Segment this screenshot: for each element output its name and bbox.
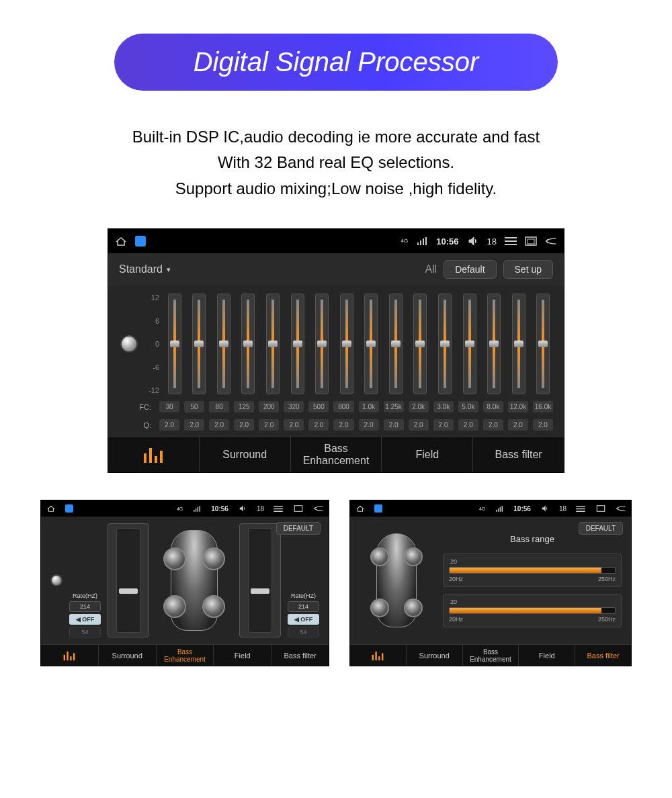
recent-icon[interactable] (595, 504, 607, 513)
off-toggle[interactable]: ◀ OFF (69, 614, 101, 625)
speaker-rear-left[interactable] (163, 595, 186, 618)
fc-value[interactable]: 3.0k (433, 401, 454, 412)
menu-icon[interactable] (575, 504, 587, 513)
eq-slider[interactable] (168, 294, 181, 394)
q-value[interactable]: 2.0 (333, 419, 353, 431)
q-value[interactable]: 2.0 (259, 419, 279, 431)
fc-value[interactable]: 200 (259, 401, 279, 412)
q-value[interactable]: 2.0 (409, 419, 429, 431)
recent-icon[interactable] (525, 236, 537, 246)
q-value[interactable]: 2.0 (184, 419, 204, 431)
default-button[interactable]: Default (444, 260, 496, 279)
eq-slider[interactable] (438, 294, 452, 394)
tab-surround[interactable]: Surround (407, 645, 463, 666)
home-icon[interactable] (45, 504, 57, 513)
q-value[interactable]: 2.0 (234, 419, 254, 431)
right-meter[interactable] (239, 523, 281, 637)
tab-bass-enhancement[interactable]: BassEnhancement (291, 437, 382, 472)
eq-slider[interactable] (241, 294, 255, 394)
q-value[interactable]: 2.0 (433, 419, 454, 431)
tab-eq[interactable] (41, 645, 99, 666)
q-value[interactable]: 2.0 (508, 419, 528, 431)
q-value[interactable]: 2.0 (359, 419, 379, 431)
tab-surround[interactable]: Surround (99, 645, 157, 666)
bass-range-slider-1[interactable]: 20 20Hz250Hz (443, 553, 622, 587)
home-icon[interactable] (115, 236, 127, 246)
q-value[interactable]: 2.0 (483, 419, 503, 431)
off-toggle[interactable]: ◀ OFF (288, 614, 319, 625)
tab-field[interactable]: Field (214, 645, 271, 666)
speaker-front-left[interactable] (370, 547, 389, 566)
eq-slider[interactable] (389, 294, 403, 394)
rate-value[interactable]: 214 (288, 601, 319, 612)
side-knob[interactable] (50, 574, 62, 586)
fc-value[interactable]: 12.0k (508, 401, 528, 412)
fc-value[interactable]: 1.0k (359, 401, 379, 412)
all-button[interactable]: All (425, 263, 437, 275)
volume-icon[interactable] (539, 504, 551, 513)
q-value[interactable]: 2.0 (159, 419, 179, 431)
fc-value[interactable]: 8.0k (483, 401, 503, 412)
eq-slider[interactable] (315, 294, 329, 394)
fc-value[interactable]: 500 (308, 401, 329, 412)
tab-eq[interactable] (350, 645, 407, 666)
eq-slider[interactable] (364, 294, 378, 394)
eq-slider[interactable] (192, 294, 206, 394)
fc-value[interactable]: 1.25k (384, 401, 404, 412)
eq-slider[interactable] (512, 294, 526, 394)
recent-icon[interactable] (292, 504, 304, 513)
speaker-front-right[interactable] (202, 547, 225, 570)
fc-value[interactable]: 320 (284, 401, 304, 412)
speaker-rear-left[interactable] (370, 598, 389, 617)
tab-bass-filter[interactable]: Bass filter (575, 645, 631, 666)
eq-slider[interactable] (487, 294, 501, 394)
q-value[interactable]: 2.0 (533, 419, 553, 431)
eq-slider[interactable] (291, 294, 304, 394)
eq-slider[interactable] (463, 294, 476, 394)
fc-value[interactable]: 2.0k (409, 401, 429, 412)
volume-icon[interactable] (467, 236, 479, 246)
speaker-rear-right[interactable] (404, 598, 423, 617)
volume-icon[interactable] (237, 504, 249, 513)
fc-value[interactable]: 80 (209, 401, 229, 412)
back-icon[interactable] (312, 504, 325, 513)
eq-slider[interactable] (266, 294, 280, 394)
menu-icon[interactable] (272, 504, 284, 513)
tab-bass-filter[interactable]: Bass filter (271, 645, 329, 666)
tab-bass-enhancement[interactable]: BassEnhancement (463, 645, 519, 666)
eq-slider[interactable] (413, 294, 427, 394)
speaker-front-right[interactable] (404, 547, 423, 566)
tab-surround[interactable]: Surround (200, 437, 291, 472)
left-meter[interactable] (108, 523, 149, 637)
setup-button[interactable]: Set up (503, 260, 553, 279)
fc-value[interactable]: 5.0k (458, 401, 478, 412)
fc-value[interactable]: 30 (159, 401, 179, 412)
rate-value[interactable]: 214 (69, 601, 101, 612)
bass-range-slider-2[interactable]: 20 20Hz250Hz (443, 594, 622, 627)
speaker-front-left[interactable] (163, 547, 186, 570)
tab-bass-filter[interactable]: Bass filter (473, 437, 564, 472)
fc-value[interactable]: 800 (333, 401, 353, 412)
preset-dropdown[interactable]: Standard ▾ (119, 263, 171, 275)
tab-field[interactable]: Field (519, 645, 575, 666)
tab-field[interactable]: Field (382, 437, 473, 472)
preamp-knob[interactable] (120, 335, 138, 353)
default-button[interactable]: DEFAULT (579, 522, 623, 535)
fc-value[interactable]: 50 (184, 401, 204, 412)
fc-value[interactable]: 125 (234, 401, 254, 412)
tab-eq[interactable] (108, 437, 200, 472)
q-value[interactable]: 2.0 (384, 419, 404, 431)
eq-slider[interactable] (217, 294, 230, 394)
q-value[interactable]: 2.0 (209, 419, 229, 431)
home-icon[interactable] (354, 504, 366, 513)
q-value[interactable]: 2.0 (308, 419, 329, 431)
back-icon[interactable] (615, 504, 627, 513)
eq-slider[interactable] (536, 294, 550, 394)
speaker-rear-right[interactable] (202, 595, 225, 618)
menu-icon[interactable] (505, 236, 517, 246)
q-value[interactable]: 2.0 (458, 419, 478, 431)
back-icon[interactable] (545, 236, 557, 246)
q-value[interactable]: 2.0 (284, 419, 304, 431)
default-button[interactable]: DEFAULT (276, 522, 321, 535)
tab-bass-enhancement[interactable]: BassEnhancement (157, 645, 214, 666)
